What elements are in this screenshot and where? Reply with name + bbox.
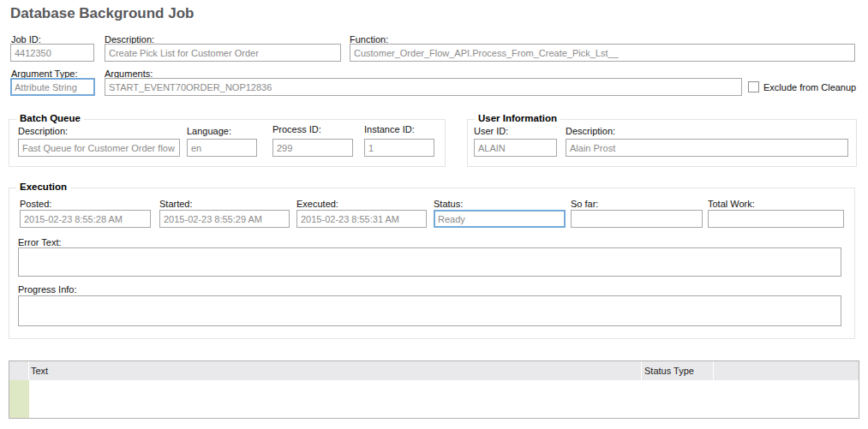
description-input[interactable] xyxy=(105,44,341,62)
user-description-label: Description: xyxy=(566,126,615,136)
posted-input[interactable] xyxy=(20,210,151,228)
user-id-input[interactable] xyxy=(474,139,557,157)
function-input[interactable] xyxy=(350,44,855,62)
col-text-header[interactable]: Text xyxy=(29,361,642,380)
row-selector-cell[interactable] xyxy=(9,380,29,418)
language-label: Language: xyxy=(187,126,231,136)
started-label: Started: xyxy=(159,199,193,209)
language-input[interactable] xyxy=(187,139,257,157)
exclude-cleanup-checkbox[interactable] xyxy=(748,81,759,92)
error-text-label: Error Text: xyxy=(18,237,62,247)
batch-queue-description-label: Description: xyxy=(18,126,68,136)
progress-info-textarea[interactable] xyxy=(18,295,841,326)
progress-info-label: Progress Info: xyxy=(18,284,76,295)
user-id-label: User ID: xyxy=(474,126,508,136)
messages-table: Text Status Type xyxy=(9,360,859,419)
page-title: Database Background Job xyxy=(10,5,194,22)
status-label: Status: xyxy=(434,199,463,209)
batch-queue-description-input[interactable] xyxy=(18,139,180,157)
instance-id-input[interactable] xyxy=(364,139,434,157)
process-id-label: Process ID: xyxy=(272,124,321,134)
messages-table-header: Text Status Type xyxy=(9,361,859,380)
exclude-cleanup-label: Exclude from Cleanup xyxy=(763,82,856,92)
error-text-textarea[interactable] xyxy=(18,247,841,277)
argument-type-input[interactable] xyxy=(10,78,95,96)
started-input[interactable] xyxy=(159,210,290,228)
col-filler-header xyxy=(714,361,859,380)
batch-queue-title: Batch Queue xyxy=(16,113,84,123)
database-background-job-window: Database Background Job Job ID: Descript… xyxy=(0,0,868,429)
table-row xyxy=(9,380,859,418)
execution-title: Execution xyxy=(16,182,70,192)
so-far-input[interactable] xyxy=(571,210,703,228)
col-status-type-header[interactable]: Status Type xyxy=(642,361,714,380)
process-id-input[interactable] xyxy=(272,139,353,157)
row-selector-header-cell[interactable] xyxy=(9,361,29,380)
executed-label: Executed: xyxy=(296,199,338,209)
user-description-input[interactable] xyxy=(566,139,848,157)
total-work-label: Total Work: xyxy=(708,199,755,209)
instance-id-label: Instance ID: xyxy=(364,124,415,134)
user-information-title: User Information xyxy=(475,113,560,123)
posted-label: Posted: xyxy=(20,199,51,209)
arguments-input[interactable] xyxy=(105,78,742,96)
executed-input[interactable] xyxy=(296,210,427,228)
so-far-label: So far: xyxy=(571,199,598,209)
job-id-input[interactable] xyxy=(10,44,94,62)
status-input[interactable] xyxy=(434,210,566,228)
total-work-input[interactable] xyxy=(708,210,844,228)
